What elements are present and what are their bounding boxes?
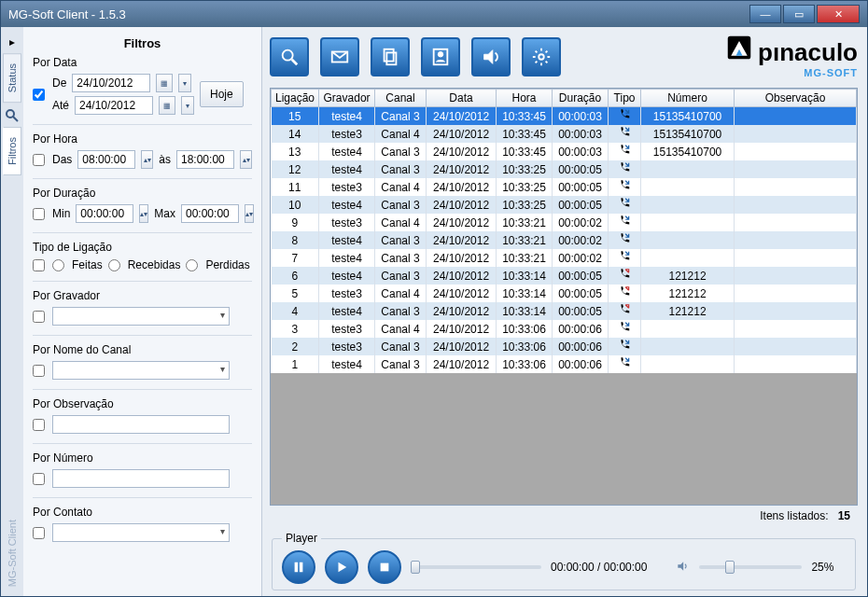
call-type-icon bbox=[609, 231, 641, 249]
col-tipo[interactable]: Tipo bbox=[609, 90, 641, 107]
logo-subtext: MG-SOFT bbox=[804, 67, 858, 78]
toolbar-sound-button[interactable] bbox=[471, 37, 511, 76]
dropdown-icon[interactable]: ▾ bbox=[181, 96, 194, 115]
svg-marker-16 bbox=[679, 562, 684, 570]
numero-input[interactable] bbox=[52, 469, 230, 488]
spinner-icon[interactable]: ▴▾ bbox=[141, 150, 153, 169]
tipo-checkbox[interactable] bbox=[33, 259, 45, 271]
table-row[interactable]: 7teste4Canal 324/10/201210:33:2100:00:02 bbox=[272, 249, 857, 267]
canal-combo[interactable] bbox=[52, 361, 230, 380]
tab-filtros[interactable]: Filtros bbox=[3, 127, 21, 175]
svg-rect-6 bbox=[386, 52, 396, 64]
table-row[interactable]: 2teste3Canal 324/10/201210:33:0600:00:06 bbox=[272, 338, 857, 355]
label-min: Min bbox=[52, 207, 70, 220]
canal-checkbox[interactable] bbox=[33, 365, 45, 377]
label-perdidas: Perdidas bbox=[205, 258, 249, 271]
toolbar-settings-button[interactable] bbox=[522, 37, 561, 76]
numero-checkbox[interactable] bbox=[33, 473, 45, 485]
table-row[interactable]: 1teste4Canal 324/10/201210:33:0600:00:06 bbox=[272, 355, 857, 373]
col-data[interactable]: Data bbox=[427, 90, 497, 107]
toolbar-contact-button[interactable] bbox=[421, 37, 460, 76]
hoje-button[interactable]: Hoje bbox=[200, 81, 244, 107]
svg-point-10 bbox=[539, 54, 544, 60]
col-gravador[interactable]: Gravador bbox=[319, 90, 375, 107]
por-hora-checkbox[interactable] bbox=[33, 154, 45, 166]
call-type-icon bbox=[609, 143, 641, 160]
minimize-button[interactable]: — bbox=[749, 5, 781, 23]
dropdown-icon[interactable]: ▾ bbox=[178, 74, 191, 92]
main-panel: pınaculo MG-SOFT Ligação Gravador Canal … bbox=[262, 27, 867, 596]
svg-point-0 bbox=[7, 110, 14, 118]
volume-slider[interactable] bbox=[699, 565, 802, 569]
hora-ate-input[interactable] bbox=[176, 150, 234, 169]
toolbar-search-button[interactable] bbox=[270, 37, 309, 76]
spinner-icon[interactable]: ▴▾ bbox=[240, 150, 252, 169]
play-button[interactable] bbox=[325, 550, 358, 584]
table-row[interactable]: 3teste3Canal 424/10/201210:33:0600:00:06 bbox=[272, 320, 857, 338]
filter-contato-label: Por Contato bbox=[33, 506, 252, 519]
por-duracao-checkbox[interactable] bbox=[33, 208, 45, 220]
col-ligacao[interactable]: Ligação bbox=[272, 90, 319, 107]
svg-rect-15 bbox=[381, 563, 389, 572]
dur-min-input[interactable] bbox=[76, 204, 133, 223]
filter-numero-label: Por Número bbox=[33, 451, 252, 465]
call-type-icon bbox=[609, 125, 641, 143]
por-data-checkbox[interactable] bbox=[33, 89, 45, 101]
col-canal[interactable]: Canal bbox=[375, 90, 427, 107]
spinner-icon[interactable]: ▴▾ bbox=[139, 204, 148, 223]
col-duracao[interactable]: Duração bbox=[553, 90, 609, 107]
obs-checkbox[interactable] bbox=[33, 419, 45, 431]
obs-input[interactable] bbox=[52, 415, 230, 434]
calendar-icon[interactable]: ▦ bbox=[159, 96, 175, 115]
collapse-icon[interactable]: ▸ bbox=[5, 35, 20, 49]
seek-slider[interactable] bbox=[411, 565, 541, 569]
spinner-icon[interactable]: ▴▾ bbox=[245, 204, 254, 223]
hora-das-input[interactable] bbox=[77, 150, 135, 169]
col-hora[interactable]: Hora bbox=[497, 90, 553, 107]
radio-perdidas[interactable] bbox=[186, 259, 198, 271]
table-row[interactable]: 12teste4Canal 324/10/201210:33:2500:00:0… bbox=[272, 160, 857, 178]
table-row[interactable]: 9teste3Canal 424/10/201210:33:2100:00:02 bbox=[272, 214, 857, 231]
table-row[interactable]: 10teste4Canal 324/10/201210:33:2500:00:0… bbox=[272, 196, 857, 214]
call-type-icon bbox=[609, 285, 641, 302]
contato-checkbox[interactable] bbox=[33, 527, 45, 539]
gravador-combo[interactable] bbox=[52, 307, 230, 326]
radio-recebidas[interactable] bbox=[108, 259, 120, 271]
pause-button[interactable] bbox=[282, 550, 315, 584]
col-numero[interactable]: Número bbox=[641, 90, 735, 107]
maximize-button[interactable]: ▭ bbox=[783, 5, 815, 23]
radio-feitas[interactable] bbox=[52, 259, 64, 271]
table-row[interactable]: 14teste3Canal 424/10/201210:33:4500:00:0… bbox=[272, 125, 857, 143]
table-row[interactable]: 8teste4Canal 324/10/201210:33:2100:00:02 bbox=[272, 231, 857, 249]
call-type-icon bbox=[609, 320, 641, 338]
calls-table[interactable]: Ligação Gravador Canal Data Hora Duração… bbox=[271, 89, 857, 373]
gravador-checkbox[interactable] bbox=[33, 311, 45, 323]
stop-button[interactable] bbox=[368, 550, 401, 584]
dur-max-input[interactable] bbox=[181, 204, 239, 223]
tab-status[interactable]: Status bbox=[3, 53, 21, 103]
label-as: às bbox=[159, 153, 171, 166]
logo-text: pınaculo bbox=[758, 38, 858, 67]
close-button[interactable]: ✕ bbox=[817, 5, 860, 23]
table-row[interactable]: 11teste3Canal 424/10/201210:33:2500:00:0… bbox=[272, 178, 857, 196]
table-row[interactable]: 13teste4Canal 324/10/201210:33:4500:00:0… bbox=[272, 143, 857, 160]
table-row[interactable]: 4teste4Canal 324/10/201210:33:1400:00:05… bbox=[272, 302, 857, 320]
side-footer-label: MG-Soft Client bbox=[4, 510, 21, 596]
toolbar-mail-button[interactable] bbox=[320, 37, 359, 76]
contato-combo[interactable] bbox=[52, 523, 230, 542]
search-icon bbox=[5, 108, 20, 123]
calendar-icon[interactable]: ▦ bbox=[156, 74, 173, 92]
date-ate-input[interactable] bbox=[75, 96, 153, 115]
volume-icon bbox=[675, 560, 690, 576]
call-type-icon bbox=[609, 338, 641, 355]
table-row[interactable]: 5teste3Canal 424/10/201210:33:1400:00:05… bbox=[272, 285, 857, 302]
filter-gravador-label: Por Gravador bbox=[33, 289, 252, 302]
table-row[interactable]: 6teste4Canal 324/10/201210:33:1400:00:05… bbox=[272, 267, 857, 285]
date-de-input[interactable] bbox=[72, 74, 150, 92]
label-de: De bbox=[52, 76, 66, 90]
col-observacao[interactable]: Observação bbox=[735, 90, 857, 107]
side-tabstrip: ▸ Status Filtros MG-Soft Client bbox=[1, 27, 23, 596]
table-row[interactable]: 15teste4Canal 324/10/201210:33:4500:00:0… bbox=[272, 107, 857, 126]
toolbar-copy-button[interactable] bbox=[371, 37, 410, 76]
call-type-icon bbox=[609, 267, 641, 285]
